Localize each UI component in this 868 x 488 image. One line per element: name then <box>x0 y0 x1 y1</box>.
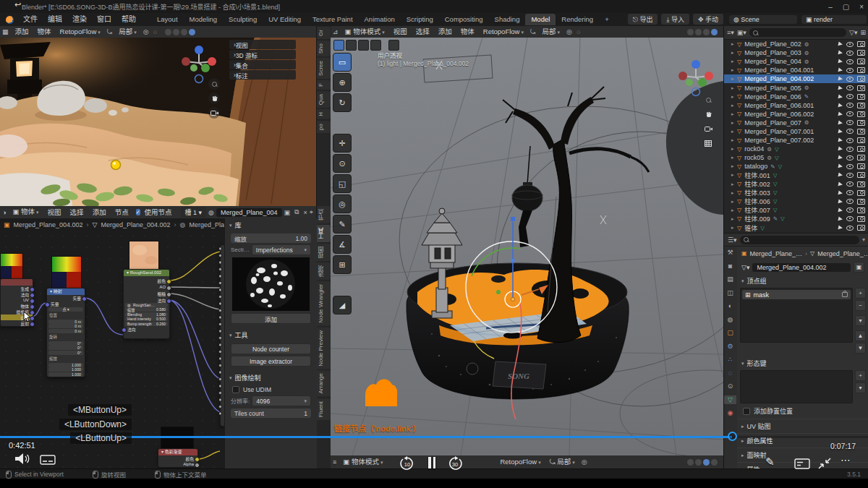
outliner-row[interactable]: ▸▽Merged_Plane_006✎ <box>724 93 868 101</box>
expand-caret-icon[interactable]: ▸ <box>731 199 737 205</box>
left-menu-物体[interactable]: 物体 <box>33 26 56 38</box>
value-field[interactable]: 0 m <box>48 324 83 328</box>
selectable-icon[interactable] <box>838 225 843 230</box>
outliner-row[interactable]: ▸▽Merged_Plane_007.002 <box>724 136 868 145</box>
selectable-icon[interactable] <box>838 77 843 82</box>
outliner-row[interactable]: ▸▽柱体.007▽ <box>724 206 868 215</box>
selectable-icon[interactable] <box>838 147 843 152</box>
render-camera-icon[interactable] <box>857 67 865 73</box>
render-camera-icon[interactable] <box>857 50 865 56</box>
navigation-gizmo-icon[interactable] <box>676 58 715 97</box>
mapping-node[interactable]: ▾ 映射 矢量 矢量 点 ▾ 位置0 m0 m0 m旋转0°0°0°缩放1.00… <box>46 288 85 377</box>
colorramp-output-颜色[interactable]: 颜色 <box>158 455 197 461</box>
value-field[interactable]: 0 m <box>48 320 83 324</box>
selectable-icon[interactable] <box>838 51 843 56</box>
exit-fullscreen-icon[interactable] <box>817 457 832 470</box>
retopoflow-menu[interactable]: RetopoFlow▾ <box>479 26 528 38</box>
visibility-eye-icon[interactable] <box>846 190 854 195</box>
visibility-eye-icon[interactable] <box>846 173 854 178</box>
side-tab-F[interactable]: F <box>317 80 331 90</box>
workspace-tab-Texture Paint[interactable]: Texture Paint <box>307 14 358 25</box>
ortho-grid-icon[interactable] <box>702 137 714 149</box>
breadcrumb-data[interactable]: Merged_Plane_… <box>817 250 868 257</box>
outliner-row[interactable]: ▸▽Merged_Plane_006.002 <box>724 110 868 119</box>
mapping-type-dropdown[interactable]: 点 ▾ <box>48 307 83 312</box>
transform-tool[interactable]: ◎ <box>333 194 352 213</box>
selectable-icon[interactable] <box>838 41 843 46</box>
properties-tab-world[interactable]: ◍ <box>724 315 736 324</box>
side-tab-节点[interactable]: 节点 <box>317 206 331 223</box>
node-menu-视图[interactable]: 视图 <box>43 207 66 218</box>
outliner-row[interactable]: ▸▽柱体.009✎▽ <box>724 215 868 223</box>
edit-pencil-icon[interactable]: ✎ <box>765 455 775 468</box>
selectable-icon[interactable] <box>838 199 843 204</box>
selectable-icon[interactable] <box>838 216 843 221</box>
outliner-row[interactable]: ▸▽Merged_Plane_004⚙ <box>724 57 868 66</box>
outliner-row[interactable]: ▸▽锥体▽ <box>724 223 868 232</box>
render-camera-icon[interactable] <box>857 111 865 117</box>
expand-caret-icon[interactable]: ▸ <box>731 41 737 47</box>
move-down-button[interactable]: ▼ <box>855 343 866 354</box>
side-tab-Sho[interactable]: Sho <box>317 40 331 56</box>
expand-caret-icon[interactable]: ▸ <box>731 172 737 178</box>
node-menu-节点[interactable]: 节点 <box>111 207 133 218</box>
side-tab-H[interactable]: H <box>317 109 331 119</box>
material-name-field[interactable]: Merged_Plane_004 <box>216 208 282 217</box>
outliner-row[interactable]: ▸▽柱体.001▽ <box>724 171 868 179</box>
funnel-filter-icon[interactable]: ▽▾ <box>849 29 857 36</box>
render-camera-icon[interactable] <box>857 94 865 100</box>
render-camera-icon[interactable] <box>857 172 865 178</box>
expand-caret-icon[interactable]: ▸ <box>731 225 737 231</box>
selectable-icon[interactable] <box>838 164 843 169</box>
visibility-eye-icon[interactable] <box>846 77 854 82</box>
selectable-icon[interactable] <box>838 120 843 125</box>
visibility-eye-icon[interactable] <box>846 120 854 125</box>
editor-type-icon[interactable]: ◑ <box>2 209 6 216</box>
mesh-dropdown-icon[interactable]: ▽▾ <box>741 264 749 271</box>
render-camera-icon[interactable] <box>857 207 865 213</box>
expand-caret-icon[interactable]: ▸ <box>731 111 737 117</box>
section-dropdown[interactable]: Imperfections▾ <box>252 244 311 255</box>
export-button[interactable]: ⎋ 导出 <box>628 14 658 25</box>
visibility-eye-icon[interactable] <box>846 164 854 169</box>
udim-checkbox[interactable] <box>232 386 239 393</box>
side-tab-Scree[interactable]: Scree <box>317 58 331 79</box>
viewport-menu-添加[interactable]: 添加 <box>434 26 456 38</box>
workspace-tab-Sculpting[interactable]: Sculpting <box>223 14 263 25</box>
value-field[interactable]: 0 m <box>48 329 83 333</box>
render-camera-icon[interactable] <box>857 85 865 91</box>
left-menu-添加[interactable]: 添加 <box>11 26 33 38</box>
properties-tab-data[interactable]: ▽ <box>724 395 736 404</box>
output-socket[interactable] <box>195 463 200 468</box>
orientation-dropdown[interactable]: ⤿ 局部▾ <box>545 456 579 468</box>
visibility-eye-icon[interactable] <box>846 147 854 152</box>
selectable-icon[interactable] <box>838 207 843 213</box>
menu-窗口[interactable]: 窗口 <box>92 13 116 26</box>
vertex-group-item[interactable]: ⊞mask <box>742 290 851 299</box>
panel-标注[interactable]: › 标注 <box>229 70 296 80</box>
side-tab-Gr[interactable]: Gr <box>317 27 331 39</box>
visibility-eye-icon[interactable] <box>846 129 854 134</box>
subtitle-icon[interactable] <box>40 455 56 466</box>
expand-caret-icon[interactable]: ▸ <box>731 129 737 134</box>
value-field[interactable]: 0° <box>48 341 83 346</box>
properties-tab-modifiers[interactable]: ⚙ <box>724 342 736 351</box>
copy-material-icon[interactable]: ⧉ <box>294 208 299 216</box>
options-caret-icon[interactable]: ▾ <box>862 236 865 243</box>
side-tab-视图[interactable]: 视图 <box>317 244 331 261</box>
visibility-eye-icon[interactable] <box>846 155 854 160</box>
properties-tab-output[interactable]: ▤ <box>724 275 736 283</box>
output-socket[interactable] <box>166 292 171 297</box>
value-field[interactable]: 1.000 <box>48 372 83 377</box>
retopoflow-menu[interactable]: RetopoFlow▾ <box>495 456 545 468</box>
fake-user-icon[interactable]: ▣ <box>284 209 291 216</box>
pause-icon[interactable] <box>428 457 437 468</box>
workspace-tab-Rendering[interactable]: Rendering <box>556 14 599 25</box>
workspace-tab-Layout[interactable]: Layout <box>151 14 184 25</box>
vertex-groups-list[interactable]: ⊞mask <box>740 288 853 343</box>
node-counter-button[interactable]: Node counter <box>231 343 311 354</box>
outliner-row[interactable]: ▸▽rock05⚙▽ <box>724 153 868 162</box>
rewind-10-icon[interactable]: 10 <box>399 456 415 470</box>
selectable-icon[interactable] <box>838 111 843 116</box>
camera-view-icon[interactable] <box>208 107 220 119</box>
